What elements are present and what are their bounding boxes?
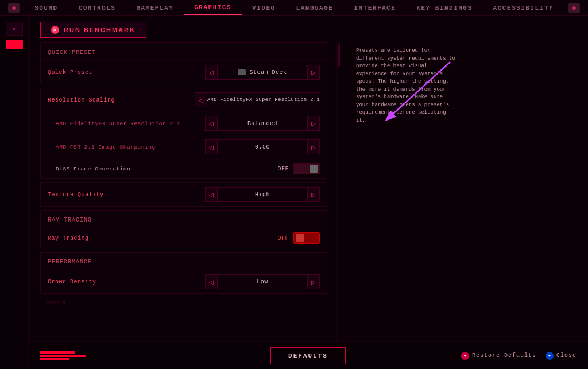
bottom-bar: DEFAULTS ● Restore Defaults ● Close (29, 341, 588, 369)
benchmark-btn-label: RUN BENCHMARK (64, 26, 136, 33)
texture-quality-section: Texture Quality ◁ High ▷ (40, 182, 327, 207)
resolution-scaling-left-arrow[interactable]: ◁ (195, 92, 207, 107)
texture-quality-right-arrow[interactable]: ▷ (307, 187, 320, 202)
crowd-density-value: Low (218, 274, 307, 289)
ray-tracing-toggle-thumb (296, 234, 304, 242)
info-panel-text: Presets are tailored for different syste… (356, 47, 457, 125)
tab-controls[interactable]: CONTROLS (68, 0, 126, 15)
ray-tracing-header: Ray Tracing (41, 211, 327, 228)
amd-fsr-left-arrow[interactable]: ◁ (205, 116, 218, 131)
bottom-left (40, 351, 155, 360)
dlss-toggle-thumb (310, 165, 318, 173)
quick-preset-control: ◁ Steam Deck ▷ (205, 65, 320, 80)
tab-keybindings[interactable]: KEY BINDINGS (406, 0, 482, 15)
quick-preset-label: Quick Preset (48, 69, 205, 76)
tab-sound[interactable]: SOUND (24, 0, 68, 15)
tab-video[interactable]: VIDEO (242, 0, 286, 15)
bottom-mini-bars (40, 351, 86, 360)
mini-bar-3 (40, 358, 69, 360)
main-layout: ⊞ ✕ RUN BENCHMARK Quick Preset (0, 16, 588, 369)
texture-quality-content: Texture Quality ◁ High ▷ (41, 183, 327, 206)
nav-tabs: ▣ SOUND CONTROLS GAMEPLAY GRAPHICS VIDEO… (3, 0, 585, 15)
dlss-toggle-label: OFF (277, 166, 289, 172)
texture-quality-row: Texture Quality ◁ High ▷ (41, 183, 327, 206)
nav-right-icon: ▣ (568, 3, 580, 13)
resolution-scaling-content: Resolution Scaling ◁ AMD FidelityFX Supe… (41, 88, 327, 178)
left-sidebar: ⊞ (0, 16, 29, 369)
performance-header: Performance (41, 253, 327, 270)
resolution-scaling-row: Resolution Scaling ◁ AMD FidelityFX Supe… (41, 88, 327, 112)
quick-preset-right-arrow[interactable]: ▷ (307, 65, 320, 80)
more-settings-hint: More ▼ (40, 297, 327, 309)
performance-content: Crowd Density ◁ Low ▷ (41, 270, 327, 293)
crowd-density-row: Crowd Density ◁ Low ▷ (41, 270, 327, 293)
dlss-toggle[interactable] (293, 163, 320, 174)
tab-accessibility[interactable]: ACCESSIBILITY (483, 0, 564, 15)
amd-fsr-sharpening-value: 0.50 (218, 139, 307, 154)
scroll-indicator[interactable] (336, 42, 340, 369)
bottom-right: ● Restore Defaults ● Close (461, 352, 577, 360)
ray-tracing-section: Ray Tracing Ray Tracing OFF (40, 210, 327, 248)
amd-fsr-sharpening-left-arrow[interactable]: ◁ (205, 139, 218, 154)
resolution-scaling-section: Resolution Scaling ◁ AMD FidelityFX Supe… (40, 88, 327, 179)
amd-fsr-control: ◁ Balanced ▷ (205, 116, 320, 131)
texture-quality-label: Texture Quality (48, 192, 205, 198)
defaults-button[interactable]: DEFAULTS (270, 347, 346, 364)
deck-icon (238, 69, 246, 75)
resolution-scaling-control: ◁ AMD FidelityFX Super Resolution 2.1 (195, 92, 320, 107)
ray-tracing-content: Ray Tracing OFF (41, 228, 327, 248)
amd-fsr-right-arrow[interactable]: ▷ (307, 116, 320, 131)
benchmark-area: ✕ RUN BENCHMARK (29, 16, 588, 42)
quick-preset-title: Quick Preset (48, 49, 96, 56)
dlss-label: DLSS Frame Generation (48, 166, 277, 172)
scroll-thumb (338, 44, 340, 67)
amd-fsr-sharpening-row: AMD FSR 2.1 Image Sharpening ◁ 0.50 ▷ (41, 135, 327, 159)
amd-fsr-sharpening-control: ◁ 0.50 ▷ (205, 139, 320, 154)
crowd-density-label: Crowd Density (48, 279, 205, 285)
resolution-scaling-label: Resolution Scaling (48, 97, 195, 103)
settings-panel: Quick Preset Quick Preset ◁ Steam Deck (40, 42, 327, 369)
info-panel: Presets are tailored for different syste… (349, 42, 464, 369)
nav-left-icon: ▣ (8, 3, 20, 13)
crowd-density-left-arrow[interactable]: ◁ (205, 274, 218, 289)
close-action[interactable]: ● Close (546, 352, 577, 360)
x-icon: ✕ (51, 26, 59, 34)
run-benchmark-button[interactable]: ✕ RUN BENCHMARK (40, 22, 146, 38)
crowd-density-right-arrow[interactable]: ▷ (307, 274, 320, 289)
tab-language[interactable]: LANGUAGE (286, 0, 344, 15)
performance-title: Performance (48, 259, 92, 265)
dlss-row: DLSS Frame Generation OFF (41, 159, 327, 178)
ray-tracing-toggle[interactable] (293, 232, 320, 244)
sidebar-logo: ⊞ (6, 22, 23, 36)
texture-quality-left-arrow[interactable]: ◁ (205, 187, 218, 202)
content-area: ✕ RUN BENCHMARK Quick Preset Quick Prese… (29, 16, 588, 369)
quick-preset-section: Quick Preset Quick Preset ◁ Steam Deck (40, 42, 327, 84)
amd-fsr-label: AMD FidelityFX Super Resolution 2.1 (48, 121, 205, 127)
texture-quality-value: High (218, 187, 307, 202)
dlss-toggle-container: OFF (277, 163, 320, 174)
close-label: Close (556, 352, 577, 359)
tab-gameplay[interactable]: GAMEPLAY (126, 0, 184, 15)
amd-fsr-sharpening-right-arrow[interactable]: ▷ (307, 139, 320, 154)
crowd-density-control: ◁ Low ▷ (205, 274, 320, 289)
bottom-center: DEFAULTS (155, 347, 461, 364)
resolution-scaling-value: AMD FidelityFX Super Resolution 2.1 (207, 92, 320, 107)
top-nav-bar: ▣ SOUND CONTROLS GAMEPLAY GRAPHICS VIDEO… (0, 0, 588, 16)
ray-tracing-title: Ray Tracing (48, 217, 92, 223)
quick-preset-value: Steam Deck (218, 65, 307, 80)
mini-bar-2 (40, 355, 86, 357)
ray-tracing-label: Ray Tracing (48, 235, 277, 242)
performance-section: Performance Crowd Density ◁ Low ▷ (40, 252, 327, 294)
amd-fsr-row: AMD FidelityFX Super Resolution 2.1 ◁ Ba… (41, 112, 327, 135)
restore-defaults-label: Restore Defaults (472, 352, 536, 359)
ray-tracing-row: Ray Tracing OFF (41, 228, 327, 248)
restore-defaults-action[interactable]: ● Restore Defaults (461, 352, 536, 360)
quick-preset-value-text: Steam Deck (249, 69, 287, 76)
restore-defaults-icon: ● (461, 352, 469, 360)
quick-preset-content: Quick Preset ◁ Steam Deck ▷ (41, 61, 327, 84)
quick-preset-left-arrow[interactable]: ◁ (205, 65, 218, 80)
amd-fsr-value: Balanced (218, 116, 307, 131)
ray-tracing-toggle-container: OFF (277, 232, 320, 244)
tab-graphics[interactable]: GRAPHICS (184, 0, 242, 15)
tab-interface[interactable]: INTERFACE (343, 0, 406, 15)
